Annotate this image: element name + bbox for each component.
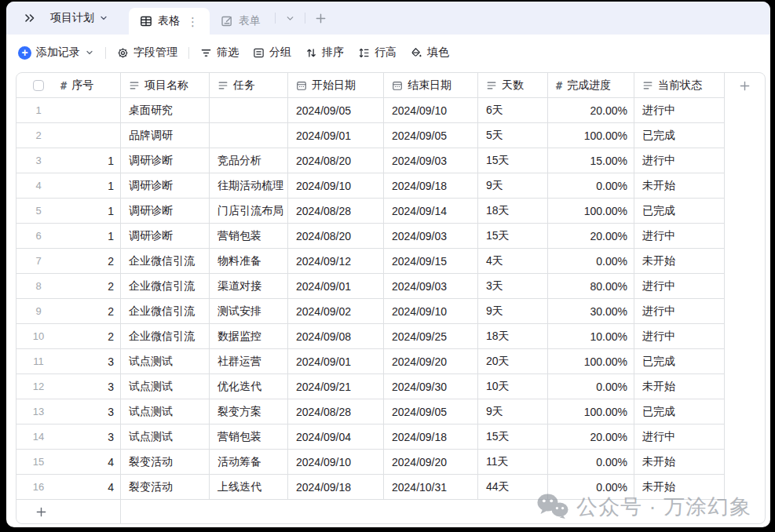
cell-status[interactable]: 已完成 [634, 349, 725, 374]
cell-task[interactable]: 物料准备 [210, 249, 288, 274]
cell-progress[interactable]: 0.00% [548, 173, 634, 199]
cell-end[interactable]: 2024/09/30 [384, 374, 478, 399]
cell-start[interactable]: 2024/09/01 [288, 123, 384, 148]
row-index-zone[interactable]: 9 [16, 305, 60, 317]
cell-status[interactable]: 进行中 [634, 224, 725, 249]
cell-task[interactable]: 营销包装 [210, 224, 288, 249]
view-selector[interactable]: 项目计划 [50, 11, 108, 25]
cell-days[interactable]: 15天 [478, 425, 548, 450]
cell-days[interactable]: 5天 [478, 123, 548, 148]
cell-end[interactable]: 2024/09/10 [384, 98, 478, 123]
tab-form[interactable]: 表单 [210, 8, 272, 35]
cell-progress[interactable]: 100.00% [548, 349, 634, 374]
cell-xuhao[interactable]: 143 [16, 425, 121, 450]
cell-progress[interactable]: 30.00% [548, 299, 634, 324]
cell-task[interactable] [210, 123, 288, 148]
cell-task[interactable] [210, 98, 288, 123]
cell-start[interactable]: 2024/09/12 [288, 249, 384, 274]
cell-days[interactable]: 9天 [478, 299, 548, 324]
row-index-zone[interactable]: 16 [16, 481, 60, 493]
col-header-days[interactable]: 天数 [478, 73, 548, 98]
cell-xuhao[interactable]: 31 [16, 148, 121, 173]
cell-start[interactable]: 2024/08/28 [288, 399, 384, 425]
cell-start[interactable]: 2024/09/02 [288, 299, 384, 324]
cell-start[interactable]: 2024/09/18 [288, 475, 384, 500]
cell-xuhao[interactable]: 102 [16, 324, 121, 349]
cell-xuhao[interactable]: 164 [16, 475, 121, 500]
cell-days[interactable]: 15天 [478, 224, 548, 249]
cell-xuhao[interactable]: 133 [16, 399, 121, 425]
tab-more-icon[interactable]: ⋮ [185, 16, 199, 27]
cell-progress[interactable]: 80.00% [548, 274, 634, 299]
cell-end[interactable]: 2024/09/05 [384, 123, 478, 148]
cell-status[interactable]: 未开始 [634, 249, 725, 274]
cell-task[interactable]: 数据监控 [210, 324, 288, 349]
row-index-zone[interactable]: 2 [16, 129, 60, 141]
cell-end[interactable]: 2024/09/05 [384, 399, 478, 425]
cell-start[interactable]: 2024/09/10 [288, 450, 384, 475]
cell-end[interactable]: 2024/09/14 [384, 199, 478, 224]
row-index-zone[interactable]: 11 [16, 355, 60, 367]
cell-start[interactable]: 2024/09/21 [288, 374, 384, 399]
cell-project[interactable]: 裂变活动 [121, 450, 210, 475]
filter-button[interactable]: 筛选 [200, 46, 239, 60]
cell-status[interactable]: 进行中 [634, 148, 725, 173]
cell-progress[interactable]: 100.00% [548, 123, 634, 148]
col-header-start[interactable]: 开始日期 [288, 73, 384, 98]
cell-start[interactable]: 2024/09/05 [288, 98, 384, 123]
add-field-button[interactable] [725, 73, 765, 98]
cell-xuhao[interactable]: 41 [16, 173, 121, 199]
cell-status[interactable]: 未开始 [634, 374, 725, 399]
cell-status[interactable]: 进行中 [634, 425, 725, 450]
cell-project[interactable]: 企业微信引流 [121, 249, 210, 274]
cell-project[interactable]: 试点测试 [121, 374, 210, 399]
row-index-zone[interactable]: 12 [16, 381, 60, 392]
cell-project[interactable]: 调研诊断 [121, 173, 210, 199]
cell-project[interactable]: 试点测试 [121, 399, 210, 425]
cell-days[interactable]: 18天 [478, 199, 548, 224]
cell-days[interactable]: 3天 [478, 274, 548, 299]
cell-task[interactable]: 优化迭代 [210, 374, 288, 399]
cell-start[interactable]: 2024/08/20 [288, 224, 384, 249]
cell-project[interactable]: 企业微信引流 [121, 324, 210, 349]
row-index-zone[interactable]: 8 [16, 280, 60, 292]
cell-status[interactable]: 已完成 [634, 399, 725, 425]
cell-progress[interactable]: 10.00% [548, 324, 634, 349]
cell-xuhao[interactable]: 2 [16, 123, 121, 148]
cell-status[interactable]: 进行中 [634, 98, 725, 123]
field-manage-button[interactable]: 字段管理 [117, 46, 177, 60]
row-index-zone[interactable]: 15 [16, 456, 60, 468]
row-index-zone[interactable]: 10 [16, 330, 60, 342]
cell-end[interactable]: 2024/09/10 [384, 299, 478, 324]
row-index-zone[interactable]: 7 [16, 255, 60, 267]
cell-task[interactable]: 社群运营 [210, 349, 288, 374]
row-height-button[interactable]: 行高 [358, 46, 397, 60]
group-button[interactable]: 分组 [253, 46, 291, 60]
cell-xuhao[interactable]: 61 [16, 224, 121, 249]
row-index-zone[interactable]: 14 [16, 431, 60, 443]
cell-status[interactable]: 进行中 [634, 324, 725, 349]
cell-days[interactable]: 4天 [478, 249, 548, 274]
cell-progress[interactable]: 20.00% [548, 98, 634, 123]
cell-task[interactable]: 上线迭代 [210, 475, 288, 500]
add-view-button[interactable] [315, 13, 327, 24]
cell-xuhao[interactable]: 92 [16, 299, 121, 324]
cell-start[interactable]: 2024/09/04 [288, 425, 384, 450]
col-header-task[interactable]: 任务 [210, 73, 288, 98]
cell-days[interactable]: 44天 [478, 475, 548, 500]
cell-xuhao[interactable]: 154 [16, 450, 121, 475]
col-header-end[interactable]: 结束日期 [384, 73, 478, 98]
cell-progress[interactable]: 100.00% [548, 199, 634, 224]
cell-start[interactable]: 2024/09/01 [288, 274, 384, 299]
cell-project[interactable]: 调研诊断 [121, 224, 210, 249]
col-header-status[interactable]: 当前状态 [634, 73, 725, 98]
cell-task[interactable]: 渠道对接 [210, 274, 288, 299]
cell-project[interactable]: 企业微信引流 [121, 274, 210, 299]
row-index-zone[interactable]: 4 [16, 180, 60, 191]
cell-project[interactable]: 裂变活动 [121, 475, 210, 500]
cell-xuhao[interactable]: 123 [16, 374, 121, 399]
collapse-sidebar-icon[interactable] [24, 12, 36, 24]
cell-project[interactable]: 品牌调研 [121, 123, 210, 148]
cell-days[interactable]: 15天 [478, 148, 548, 173]
cell-task[interactable]: 裂变方案 [210, 399, 288, 425]
